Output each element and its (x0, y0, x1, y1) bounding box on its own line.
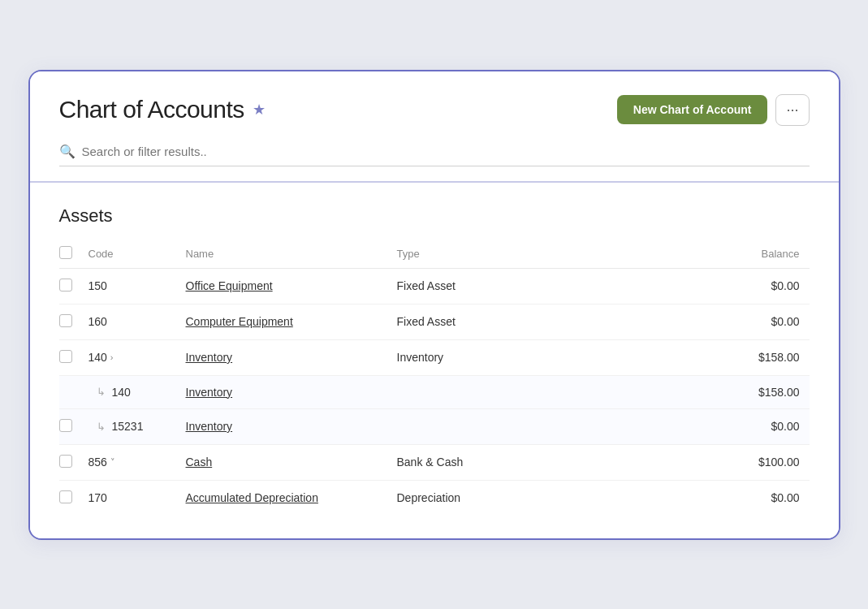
expand-icon[interactable]: › (110, 352, 114, 362)
cell-balance: $158.00 (543, 339, 810, 375)
cell-type: Depreciation (397, 480, 543, 516)
cell-name: Office Equipment (186, 268, 397, 304)
account-name-link[interactable]: Cash (186, 456, 213, 469)
search-input[interactable] (82, 145, 810, 158)
cell-balance: $0.00 (543, 480, 810, 516)
indent-arrow-icon: ↳ (97, 386, 106, 398)
col-header-type: Type (397, 240, 543, 269)
page-container: Chart of Accounts ★ New Chart of Account… (28, 70, 840, 540)
cell-balance: $100.00 (543, 444, 810, 480)
table-row: 160Computer EquipmentFixed Asset$0.00 (59, 304, 810, 339)
cell-code: 170 (89, 480, 186, 516)
table-body: 150Office EquipmentFixed Asset$0.00160Co… (59, 268, 810, 516)
code-text: 140 (112, 386, 131, 399)
account-name-link[interactable]: Computer Equipment (186, 315, 293, 328)
cell-balance: $0.00 (543, 268, 810, 304)
cell-name: Inventory (186, 408, 397, 444)
row-checkbox[interactable] (59, 455, 72, 468)
account-name-link[interactable]: Accumulated Depreciation (186, 491, 318, 504)
table-row: 170Accumulated DepreciationDepreciation$… (59, 480, 810, 516)
code-text: 15231 (112, 420, 144, 433)
code-text: 150 (89, 279, 107, 292)
new-chart-button[interactable]: New Chart of Account (617, 95, 768, 124)
cell-name: Inventory (186, 375, 397, 408)
cell-balance: $158.00 (543, 375, 810, 408)
accounts-table: Code Name Type Balance 150Office Equipme… (59, 240, 810, 516)
cell-type: Inventory (397, 339, 543, 375)
cell-type: Fixed Asset (397, 304, 543, 339)
cell-code: ↳15231 (89, 408, 186, 444)
cell-type: Bank & Cash (397, 444, 543, 480)
account-name-link[interactable]: Inventory (186, 351, 233, 364)
code-text: 170 (89, 491, 107, 504)
col-header-balance: Balance (543, 240, 810, 269)
code-text: 160 (89, 315, 107, 328)
row-checkbox[interactable] (59, 279, 72, 292)
table-row: 140 ›InventoryInventory$158.00 (59, 339, 810, 375)
expand-icon[interactable]: ˅ (110, 457, 115, 468)
section-title: Assets (59, 205, 810, 227)
table-row: 856 ˅CashBank & Cash$100.00 (59, 444, 810, 480)
search-icon: 🔍 (59, 144, 76, 159)
more-options-button[interactable]: ··· (775, 94, 809, 126)
code-text: 856 (89, 456, 107, 469)
cell-type (397, 375, 543, 408)
header-top: Chart of Accounts ★ New Chart of Account… (59, 94, 810, 126)
cell-code: 856 ˅ (89, 444, 186, 480)
row-checkbox[interactable] (59, 350, 72, 363)
table-row: 150Office EquipmentFixed Asset$0.00 (59, 268, 810, 304)
row-checkbox[interactable] (59, 419, 72, 432)
account-name-link[interactable]: Inventory (186, 420, 233, 433)
row-checkbox[interactable] (59, 490, 72, 503)
cell-type: Fixed Asset (397, 268, 543, 304)
col-header-code: Code (89, 240, 186, 269)
header-actions: New Chart of Account ··· (617, 94, 810, 126)
cell-code: ↳140 (89, 375, 186, 408)
row-checkbox[interactable] (59, 314, 72, 327)
cell-name: Cash (186, 444, 397, 480)
col-header-check (59, 240, 89, 269)
account-name-link[interactable]: Office Equipment (186, 279, 273, 292)
page-title: Chart of Accounts (59, 96, 244, 123)
title-area: Chart of Accounts ★ (59, 96, 266, 123)
cell-name: Computer Equipment (186, 304, 397, 339)
cell-type (397, 408, 543, 444)
search-bar: 🔍 (59, 144, 810, 166)
cell-name: Inventory (186, 339, 397, 375)
table-header-row: Code Name Type Balance (59, 240, 810, 269)
cell-code: 140 › (89, 339, 186, 375)
favorite-icon[interactable]: ★ (253, 101, 266, 119)
account-name-link[interactable]: Inventory (186, 386, 233, 399)
col-header-name: Name (186, 240, 397, 269)
table-row: ↳15231Inventory$0.00 (59, 408, 810, 444)
cell-balance: $0.00 (543, 304, 810, 339)
cell-name: Accumulated Depreciation (186, 480, 397, 516)
content-panel: Assets Code Name Type Balance 150Office … (30, 183, 839, 538)
table-row: ↳140Inventory$158.00 (59, 375, 810, 408)
cell-code: 150 (89, 268, 186, 304)
cell-code: 160 (89, 304, 186, 339)
indent-arrow-icon: ↳ (97, 421, 106, 433)
ellipsis-icon: ··· (786, 102, 798, 119)
cell-balance: $0.00 (543, 408, 810, 444)
code-text: 140 (89, 351, 107, 364)
select-all-checkbox[interactable] (59, 246, 72, 259)
header-panel: Chart of Accounts ★ New Chart of Account… (30, 71, 839, 183)
